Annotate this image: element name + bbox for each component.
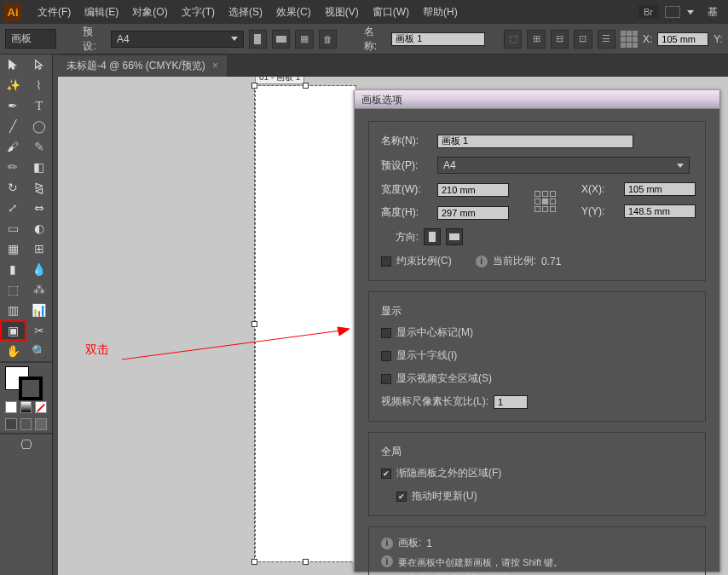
menu-window[interactable]: 窗口(W) bbox=[366, 5, 416, 20]
free-transform-tool[interactable]: ▭ bbox=[0, 218, 26, 239]
option-icon-3[interactable]: ⊡ bbox=[574, 30, 592, 49]
bridge-button[interactable]: Br bbox=[638, 5, 658, 19]
column-graph-tool[interactable]: ▥ bbox=[0, 300, 26, 320]
artboard-name-input[interactable] bbox=[391, 32, 485, 46]
show-cross-label: 显示十字线(I) bbox=[396, 348, 457, 363]
show-safe-checkbox[interactable] bbox=[381, 374, 391, 384]
resize-handle[interactable] bbox=[251, 83, 257, 89]
show-cross-checkbox[interactable] bbox=[381, 351, 391, 361]
type-tool[interactable]: T bbox=[26, 95, 53, 116]
shape-builder-tool[interactable]: ◐ bbox=[26, 218, 53, 239]
document-tab[interactable]: 未标题-4 @ 66% (CMYK/预览) × bbox=[58, 55, 227, 77]
preset-label: 预设: bbox=[83, 25, 106, 54]
preset-dropdown[interactable]: A4 bbox=[437, 157, 690, 174]
screen-mode-button[interactable]: 🖵 bbox=[0, 434, 52, 455]
menu-file[interactable]: 文件(F) bbox=[31, 5, 78, 20]
draw-behind-button[interactable] bbox=[20, 418, 32, 430]
portrait-button[interactable] bbox=[424, 228, 441, 245]
fill-stroke-swatches[interactable] bbox=[0, 363, 52, 399]
pixel-ratio-label: 视频标尺像素长宽比(L): bbox=[381, 394, 488, 409]
lasso-tool[interactable]: ⌇ bbox=[26, 75, 53, 95]
y-input[interactable] bbox=[624, 204, 696, 218]
hint2: 按住 Alt 键拖动可复制画板。 bbox=[398, 571, 563, 575]
gradient-tool[interactable]: ▮ bbox=[0, 259, 26, 279]
gradient-mode-button[interactable] bbox=[20, 401, 32, 413]
mesh-tool[interactable]: ⊞ bbox=[26, 239, 53, 259]
eyedropper-tool[interactable]: 💧 bbox=[26, 259, 53, 279]
pen-tool[interactable]: ✒ bbox=[0, 95, 26, 116]
ellipse-tool[interactable]: ◯ bbox=[26, 116, 53, 136]
pixel-ratio-input[interactable] bbox=[494, 395, 528, 409]
x-input[interactable] bbox=[657, 32, 708, 46]
new-artboard-button[interactable]: ▦ bbox=[295, 30, 313, 49]
x-input[interactable] bbox=[624, 182, 696, 196]
fade-checkbox[interactable]: ✔ bbox=[381, 469, 391, 479]
slice-tool[interactable]: ✂ bbox=[26, 320, 53, 341]
menu-basic[interactable]: 基 bbox=[701, 5, 725, 20]
display-section-title: 显示 bbox=[381, 304, 693, 319]
selection-tool[interactable] bbox=[0, 55, 26, 75]
arrange-docs-icon[interactable] bbox=[665, 6, 680, 18]
menu-edit[interactable]: 编辑(E) bbox=[78, 5, 125, 20]
menu-help[interactable]: 帮助(H) bbox=[416, 5, 465, 20]
orientation-landscape-button[interactable] bbox=[272, 30, 290, 49]
delete-artboard-button[interactable]: 🗑 bbox=[319, 30, 337, 49]
eraser-tool[interactable]: ◧ bbox=[26, 157, 53, 177]
color-mode-button[interactable] bbox=[5, 401, 17, 413]
display-fieldset: 显示 显示中心标记(M) 显示十字线(I) 显示视频安全区域(S) 视频标尺像素… bbox=[368, 291, 706, 422]
menu-object[interactable]: 对象(O) bbox=[125, 5, 174, 20]
show-center-checkbox[interactable] bbox=[381, 328, 391, 338]
preset-value: A4 bbox=[443, 159, 456, 171]
scale-tool[interactable]: ⤢ bbox=[0, 198, 26, 218]
reference-point-grid[interactable] bbox=[534, 191, 556, 212]
artboard-options-dialog: 画板选项 名称(N): 预设(P): A4 宽度(W): bbox=[354, 90, 720, 572]
arrange-caret-icon[interactable] bbox=[687, 10, 694, 14]
height-input[interactable] bbox=[437, 206, 509, 220]
blob-brush-tool[interactable]: ✏ bbox=[0, 157, 26, 177]
line-tool[interactable]: ╱ bbox=[0, 116, 26, 136]
menu-effect[interactable]: 效果(C) bbox=[269, 5, 318, 20]
dialog-main-fieldset: 名称(N): 预设(P): A4 宽度(W): 高度(H): bbox=[368, 121, 706, 281]
zoom-tool[interactable]: 🔍 bbox=[26, 341, 53, 361]
magic-wand-tool[interactable]: ✨ bbox=[0, 75, 26, 95]
menu-view[interactable]: 视图(V) bbox=[318, 5, 366, 20]
option-icon[interactable]: ⊞ bbox=[527, 30, 545, 49]
rotate-tool[interactable]: ↻ bbox=[0, 177, 26, 198]
orientation-portrait-button[interactable] bbox=[249, 30, 267, 49]
width-input[interactable] bbox=[437, 183, 509, 197]
resize-handle[interactable] bbox=[251, 559, 257, 565]
none-mode-button[interactable] bbox=[35, 401, 47, 413]
menu-select[interactable]: 选择(S) bbox=[222, 5, 269, 20]
draw-normal-button[interactable] bbox=[5, 418, 17, 430]
stroke-swatch[interactable] bbox=[19, 377, 43, 400]
reflect-tool[interactable]: ⧎ bbox=[26, 177, 53, 198]
update-drag-checkbox[interactable]: ✔ bbox=[396, 492, 407, 502]
show-center-label: 显示中心标记(M) bbox=[396, 325, 473, 340]
pencil-tool[interactable]: ✎ bbox=[26, 136, 53, 157]
menu-type[interactable]: 文字(T) bbox=[175, 5, 222, 20]
resize-handle[interactable] bbox=[303, 559, 309, 565]
constrain-checkbox[interactable] bbox=[381, 256, 391, 267]
perspective-tool[interactable]: ▦ bbox=[0, 239, 26, 259]
graph-tool[interactable]: 📊 bbox=[26, 300, 53, 320]
direct-selection-tool[interactable] bbox=[26, 55, 53, 75]
width-tool[interactable]: ⇔ bbox=[26, 198, 53, 218]
name-input[interactable] bbox=[437, 135, 633, 148]
close-tab-button[interactable]: × bbox=[212, 60, 218, 72]
info-icon: i bbox=[381, 555, 393, 567]
name-label: 名称(N): bbox=[381, 134, 432, 148]
symbol-sprayer-tool[interactable]: ⁂ bbox=[26, 279, 53, 300]
resize-handle[interactable] bbox=[303, 83, 309, 89]
option-icon-2[interactable]: ⊟ bbox=[551, 30, 569, 49]
hand-tool[interactable]: ✋ bbox=[0, 341, 26, 361]
artboard-tool[interactable]: ▣ bbox=[0, 320, 26, 341]
preset-dropdown[interactable]: A4 bbox=[111, 31, 244, 48]
reference-point-grid[interactable] bbox=[621, 31, 638, 48]
landscape-button[interactable] bbox=[446, 228, 463, 245]
blend-tool[interactable]: ⬚ bbox=[0, 279, 26, 300]
paintbrush-tool[interactable]: 🖌 bbox=[0, 136, 26, 157]
move-artwork-toggle[interactable]: ⬚ bbox=[504, 30, 522, 49]
artboard-options-button[interactable]: ☰ bbox=[598, 30, 615, 49]
draw-inside-button[interactable] bbox=[35, 418, 47, 430]
preset-label: 预设(P): bbox=[381, 158, 432, 173]
